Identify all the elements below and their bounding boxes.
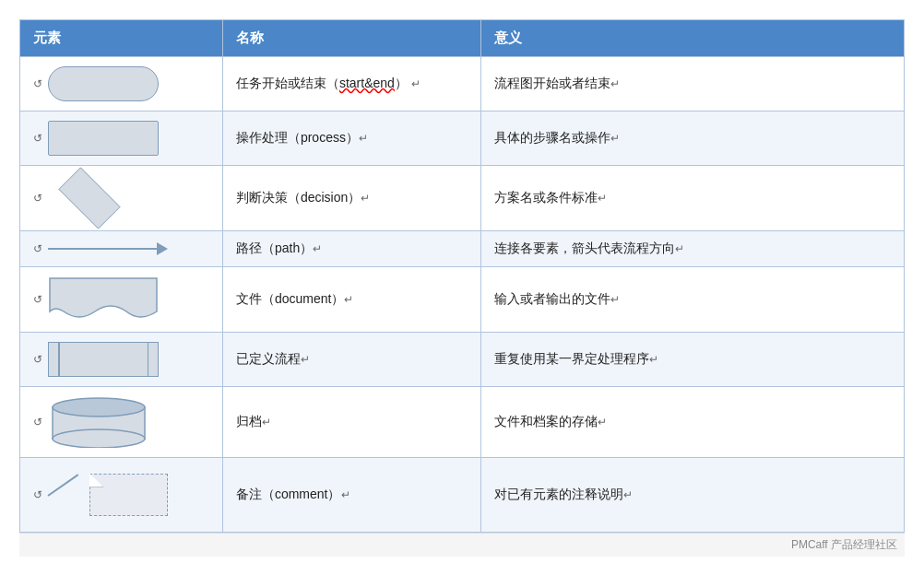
svg-point-1	[53, 398, 145, 417]
header-meaning: 意义	[480, 19, 904, 56]
flowchart-elements-table: 元素 名称 意义 ↺ 任务开始或结束（start&end） ↵	[19, 19, 905, 533]
name-cell-7: 归档↵	[222, 386, 480, 457]
table-row: ↺ 路径（path）↵ 连接各要素，箭头代表流程方向↵	[20, 230, 905, 266]
meaning-cell-2: 具体的步骤名或操作↵	[480, 111, 904, 165]
shape-path-arrow	[48, 242, 168, 255]
note-icon-1: ↺	[33, 77, 42, 90]
name-cell-6: 已定义流程↵	[222, 332, 480, 386]
meaning-cell-8: 对已有元素的注释说明↵	[480, 457, 904, 532]
shape-document-svg	[48, 276, 159, 323]
element-cell-2: ↺	[20, 111, 223, 165]
element-cell-1: ↺	[20, 56, 223, 111]
note-icon-3: ↺	[33, 192, 42, 205]
meaning-cell-7: 文件和档案的存储↵	[480, 386, 904, 457]
note-icon-8: ↺	[33, 488, 42, 501]
table-row: ↺ 操作处理（process）↵ 具体的步骤名或操作↵	[20, 111, 905, 165]
table-row: ↺ 文件（document）↵ 输入或者输出的文件↵	[20, 266, 905, 332]
note-icon-5: ↺	[33, 293, 42, 306]
footnote: PMCaff 产品经理社区	[19, 533, 905, 557]
shape-cylinder-svg	[48, 396, 149, 448]
name-cell-4: 路径（path）↵	[222, 230, 480, 266]
shape-rounded-rect	[48, 66, 159, 101]
meaning-cell-1: 流程图开始或者结束↵	[480, 56, 904, 111]
element-cell-4: ↺	[20, 230, 223, 266]
meaning-cell-5: 输入或者输出的文件↵	[480, 266, 904, 332]
element-cell-6: ↺	[20, 332, 223, 386]
element-cell-3: ↺	[20, 165, 223, 230]
note-icon-7: ↺	[33, 416, 42, 428]
shape-diamond-wrap	[48, 175, 131, 221]
header-element: 元素	[20, 19, 223, 56]
name-cell-8: 备注（comment）↵	[222, 457, 480, 532]
meaning-cell-6: 重复使用某一界定处理程序↵	[480, 332, 904, 386]
shape-process-rect	[48, 121, 159, 156]
note-icon-6: ↺	[33, 353, 42, 366]
name-cell-3: 判断决策（decision）↵	[222, 165, 480, 230]
name-cell-1: 任务开始或结束（start&end） ↵	[222, 56, 480, 111]
table-row: ↺ 备注（comment）↵ 对已有元素的注释说明↵	[20, 457, 905, 532]
element-cell-8: ↺	[20, 457, 223, 532]
svg-point-2	[53, 429, 145, 448]
shape-decision-diamond	[58, 167, 120, 229]
start-end-text: start&end	[339, 76, 395, 90]
shape-comment	[48, 467, 168, 522]
table-row: ↺ 已定义流程↵ 重复使用某一界定处理程序↵	[20, 332, 905, 386]
shape-predefined-process	[48, 342, 159, 377]
name-cell-5: 文件（document）↵	[222, 266, 480, 332]
name-cell-2: 操作处理（process）↵	[222, 111, 480, 165]
element-cell-5: ↺	[20, 266, 223, 332]
table-row: ↺ 归档↵ 文件和档案的存储↵	[20, 386, 905, 457]
element-cell-7: ↺	[20, 386, 223, 457]
table-row: ↺ 判断决策（decision）↵ 方案名或条件标准↵	[20, 165, 905, 230]
meaning-cell-4: 连接各要素，箭头代表流程方向↵	[480, 230, 904, 266]
note-icon-2: ↺	[33, 132, 42, 145]
header-name: 名称	[222, 19, 480, 56]
note-icon-4: ↺	[33, 242, 42, 255]
table-row: ↺ 任务开始或结束（start&end） ↵ 流程图开始或者结束↵	[20, 56, 905, 111]
meaning-cell-3: 方案名或条件标准↵	[480, 165, 904, 230]
